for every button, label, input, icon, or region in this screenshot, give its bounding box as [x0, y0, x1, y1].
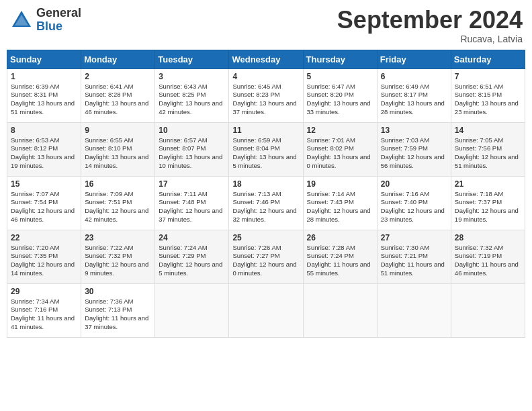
calendar-cell: 3Sunrise: 6:43 AMSunset: 8:25 PMDaylight… — [155, 68, 229, 122]
calendar-week-row: 8Sunrise: 6:53 AMSunset: 8:12 PMDaylight… — [7, 122, 525, 176]
location: Rucava, Latvia — [337, 34, 523, 44]
day-info: Sunrise: 6:49 AMSunset: 8:17 PMDaylight:… — [381, 83, 447, 117]
calendar-cell: 21Sunrise: 7:18 AMSunset: 7:37 PMDayligh… — [451, 176, 525, 230]
calendar-cell: 7Sunrise: 6:51 AMSunset: 8:15 PMDaylight… — [451, 68, 525, 122]
day-info: Sunrise: 6:45 AMSunset: 8:23 PMDaylight:… — [232, 83, 299, 117]
calendar-cell: 17Sunrise: 7:11 AMSunset: 7:48 PMDayligh… — [155, 176, 229, 230]
day-number: 15 — [11, 179, 77, 189]
calendar-cell: 15Sunrise: 7:07 AMSunset: 7:54 PMDayligh… — [7, 176, 81, 230]
day-number: 14 — [455, 126, 521, 135]
weekday-header: Friday — [377, 50, 451, 68]
calendar-cell: 11Sunrise: 6:59 AMSunset: 8:04 PMDayligh… — [229, 122, 303, 176]
day-info: Sunrise: 6:39 AMSunset: 8:31 PMDaylight:… — [11, 83, 77, 117]
day-number: 27 — [381, 233, 447, 242]
day-number: 3 — [159, 72, 225, 81]
day-info: Sunrise: 7:09 AMSunset: 7:51 PMDaylight:… — [85, 190, 151, 224]
day-number: 12 — [307, 126, 373, 135]
day-info: Sunrise: 6:51 AMSunset: 8:15 PMDaylight:… — [455, 83, 521, 117]
day-info: Sunrise: 6:41 AMSunset: 8:28 PMDaylight:… — [85, 83, 151, 117]
day-info: Sunrise: 7:26 AMSunset: 7:27 PMDaylight:… — [232, 244, 299, 278]
day-info: Sunrise: 7:30 AMSunset: 7:21 PMDaylight:… — [381, 244, 447, 278]
day-info: Sunrise: 7:05 AMSunset: 7:56 PMDaylight:… — [455, 136, 521, 171]
calendar-cell: 9Sunrise: 6:55 AMSunset: 8:10 PMDaylight… — [81, 122, 155, 176]
day-number: 17 — [159, 179, 225, 189]
weekday-header: Saturday — [451, 50, 525, 68]
calendar-cell: 28Sunrise: 7:32 AMSunset: 7:19 PMDayligh… — [451, 230, 525, 283]
day-info: Sunrise: 7:22 AMSunset: 7:32 PMDaylight:… — [85, 244, 151, 278]
calendar-cell: 24Sunrise: 7:24 AMSunset: 7:29 PMDayligh… — [155, 230, 229, 283]
day-number: 16 — [85, 179, 151, 189]
day-number: 6 — [381, 72, 447, 81]
day-number: 11 — [232, 126, 299, 135]
day-number: 22 — [11, 233, 77, 242]
month-title: September 2024 — [337, 7, 523, 34]
day-number: 21 — [455, 179, 521, 189]
page-header: General Blue September 2024 Rucava, Latv… — [7, 7, 525, 44]
calendar-cell: 22Sunrise: 7:20 AMSunset: 7:35 PMDayligh… — [7, 230, 81, 283]
calendar-cell: 30Sunrise: 7:36 AMSunset: 7:13 PMDayligh… — [81, 283, 155, 337]
day-info: Sunrise: 6:57 AMSunset: 8:07 PMDaylight:… — [159, 136, 225, 171]
calendar-week-row: 22Sunrise: 7:20 AMSunset: 7:35 PMDayligh… — [7, 230, 525, 283]
logo-general: General — [36, 7, 81, 20]
weekday-header: Monday — [81, 50, 155, 68]
day-number: 8 — [11, 126, 77, 135]
calendar-cell: 29Sunrise: 7:34 AMSunset: 7:16 PMDayligh… — [7, 283, 81, 337]
calendar-cell: 10Sunrise: 6:57 AMSunset: 8:07 PMDayligh… — [155, 122, 229, 176]
day-info: Sunrise: 7:07 AMSunset: 7:54 PMDaylight:… — [11, 190, 77, 224]
calendar-cell — [451, 283, 525, 337]
day-number: 1 — [11, 72, 77, 81]
day-info: Sunrise: 7:01 AMSunset: 8:02 PMDaylight:… — [307, 136, 373, 171]
weekday-header: Wednesday — [229, 50, 303, 68]
calendar-cell: 8Sunrise: 6:53 AMSunset: 8:12 PMDaylight… — [7, 122, 81, 176]
day-number: 18 — [232, 179, 299, 189]
day-number: 24 — [159, 233, 225, 242]
weekday-header: Thursday — [303, 50, 377, 68]
logo-text: General Blue — [36, 7, 81, 34]
day-number: 30 — [85, 287, 151, 296]
logo-icon — [9, 8, 34, 32]
calendar-cell: 12Sunrise: 7:01 AMSunset: 8:02 PMDayligh… — [303, 122, 377, 176]
calendar-cell: 27Sunrise: 7:30 AMSunset: 7:21 PMDayligh… — [377, 230, 451, 283]
day-info: Sunrise: 6:59 AMSunset: 8:04 PMDaylight:… — [232, 136, 299, 171]
calendar-cell: 5Sunrise: 6:47 AMSunset: 8:20 PMDaylight… — [303, 68, 377, 122]
calendar-cell: 19Sunrise: 7:14 AMSunset: 7:43 PMDayligh… — [303, 176, 377, 230]
day-number: 19 — [307, 179, 373, 189]
day-info: Sunrise: 7:28 AMSunset: 7:24 PMDaylight:… — [307, 244, 373, 278]
weekday-header: Tuesday — [155, 50, 229, 68]
day-info: Sunrise: 7:16 AMSunset: 7:40 PMDaylight:… — [381, 190, 447, 224]
day-info: Sunrise: 7:20 AMSunset: 7:35 PMDaylight:… — [11, 244, 77, 278]
day-info: Sunrise: 7:36 AMSunset: 7:13 PMDaylight:… — [85, 298, 151, 332]
logo-blue: Blue — [36, 20, 81, 34]
day-info: Sunrise: 6:55 AMSunset: 8:10 PMDaylight:… — [85, 136, 151, 171]
day-number: 26 — [307, 233, 373, 242]
day-number: 9 — [85, 126, 151, 135]
day-info: Sunrise: 7:18 AMSunset: 7:37 PMDaylight:… — [455, 190, 521, 224]
calendar-cell: 1Sunrise: 6:39 AMSunset: 8:31 PMDaylight… — [7, 68, 81, 122]
calendar-week-row: 15Sunrise: 7:07 AMSunset: 7:54 PMDayligh… — [7, 176, 525, 230]
weekday-header: Sunday — [7, 50, 81, 68]
calendar-cell: 6Sunrise: 6:49 AMSunset: 8:17 PMDaylight… — [377, 68, 451, 122]
logo: General Blue — [9, 7, 81, 34]
day-info: Sunrise: 7:32 AMSunset: 7:19 PMDaylight:… — [455, 244, 521, 278]
day-number: 23 — [85, 233, 151, 242]
day-info: Sunrise: 6:43 AMSunset: 8:25 PMDaylight:… — [159, 83, 225, 117]
calendar-cell — [229, 283, 303, 337]
calendar-table: SundayMondayTuesdayWednesdayThursdayFrid… — [7, 50, 525, 338]
day-info: Sunrise: 7:14 AMSunset: 7:43 PMDaylight:… — [307, 190, 373, 224]
day-number: 2 — [85, 72, 151, 81]
day-number: 10 — [159, 126, 225, 135]
day-info: Sunrise: 7:13 AMSunset: 7:46 PMDaylight:… — [232, 190, 299, 224]
calendar-week-row: 1Sunrise: 6:39 AMSunset: 8:31 PMDaylight… — [7, 68, 525, 122]
calendar-cell: 26Sunrise: 7:28 AMSunset: 7:24 PMDayligh… — [303, 230, 377, 283]
calendar-cell: 4Sunrise: 6:45 AMSunset: 8:23 PMDaylight… — [229, 68, 303, 122]
day-info: Sunrise: 7:03 AMSunset: 7:59 PMDaylight:… — [381, 136, 447, 171]
calendar-cell: 16Sunrise: 7:09 AMSunset: 7:51 PMDayligh… — [81, 176, 155, 230]
calendar-cell: 13Sunrise: 7:03 AMSunset: 7:59 PMDayligh… — [377, 122, 451, 176]
calendar-cell — [377, 283, 451, 337]
day-number: 5 — [307, 72, 373, 81]
calendar-cell: 25Sunrise: 7:26 AMSunset: 7:27 PMDayligh… — [229, 230, 303, 283]
day-number: 7 — [455, 72, 521, 81]
day-number: 13 — [381, 126, 447, 135]
day-number: 20 — [381, 179, 447, 189]
calendar-cell — [303, 283, 377, 337]
